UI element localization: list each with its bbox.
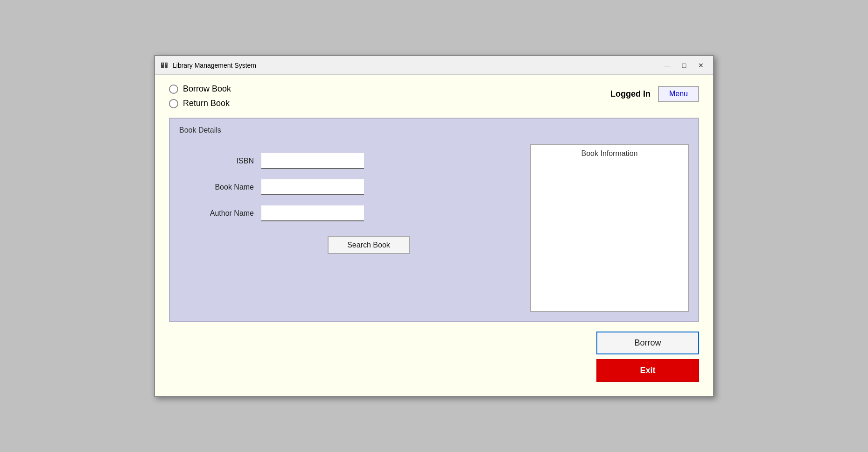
book-name-input[interactable] [261,179,364,195]
radio-circle-borrow [169,85,178,94]
top-section: Borrow Book Return Book Logged In Menu [169,84,699,108]
isbn-label: ISBN [198,157,254,165]
radio-borrow-book[interactable]: Borrow Book [169,84,231,94]
search-book-button[interactable]: Search Book [328,236,410,254]
book-name-row: Book Name [198,179,511,195]
borrow-button[interactable]: Borrow [596,332,699,354]
radio-return-book[interactable]: Return Book [169,99,231,108]
radio-label-borrow: Borrow Book [183,84,231,94]
exit-button[interactable]: Exit [596,359,699,382]
bottom-buttons: Borrow Exit [169,332,699,382]
radio-circle-return [169,99,178,108]
title-bar: Library Management System — □ ✕ [155,56,713,75]
svg-rect-0 [161,63,164,68]
top-right: Logged In Menu [610,86,699,102]
book-name-label: Book Name [198,183,254,191]
radio-label-return: Return Book [183,99,230,108]
minimize-button[interactable]: — [660,60,675,71]
window-controls: — □ ✕ [660,60,708,71]
book-details-panel: Book Details ISBN Book Name Author Name [169,118,699,322]
main-window: Library Management System — □ ✕ Borrow B… [154,55,714,397]
menu-button[interactable]: Menu [658,86,699,102]
isbn-row: ISBN [198,153,511,169]
author-name-input[interactable] [261,205,364,221]
app-icon [160,61,169,70]
search-btn-row: Search Book [198,236,511,254]
book-info-box: Book Information [530,144,689,312]
window-body: Borrow Book Return Book Logged In Menu B… [155,75,713,396]
author-name-row: Author Name [198,205,511,221]
svg-rect-1 [165,63,168,68]
author-name-label: Author Name [198,209,254,218]
panel-inner: ISBN Book Name Author Name Search Book [179,144,689,312]
logged-in-label: Logged In [610,89,651,99]
radio-group: Borrow Book Return Book [169,84,231,108]
panel-title: Book Details [179,126,689,134]
isbn-input[interactable] [261,153,364,169]
svg-rect-3 [166,64,167,64]
maximize-button[interactable]: □ [677,60,692,71]
book-info-title: Book Information [531,145,688,162]
form-section: ISBN Book Name Author Name Search Book [179,144,521,312]
svg-rect-2 [162,64,163,64]
window-title: Library Management System [173,62,660,69]
info-section: Book Information [530,144,689,312]
close-button[interactable]: ✕ [693,60,708,71]
